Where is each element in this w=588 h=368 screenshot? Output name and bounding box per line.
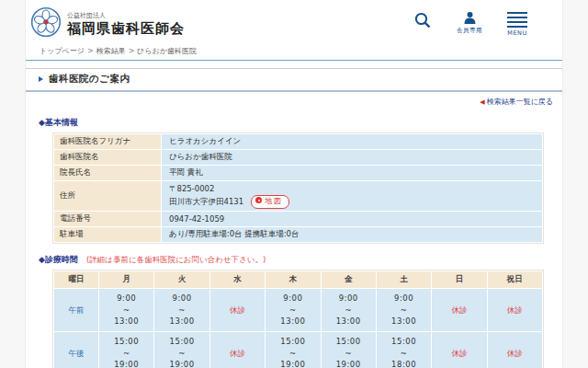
- session-label: 午後: [54, 332, 98, 368]
- row-label: 歯科医院名フリガナ: [54, 134, 161, 149]
- breadcrumb-item[interactable]: 検索結果: [96, 47, 126, 55]
- table-row: 住所〒825-0002田川市大字伊田4131地図: [54, 181, 542, 211]
- table-row: 電話番号0947-42-1059: [54, 212, 542, 226]
- closed-label: 休診: [230, 349, 245, 358]
- header-icons: 会員専用 MENU: [413, 11, 527, 37]
- day-column-header: 月: [99, 271, 153, 288]
- breadcrumb-separator: >: [129, 47, 135, 55]
- schedule-cell: 15:00~19:00: [99, 332, 153, 368]
- row-value: ヒラオカシカイイン: [162, 134, 542, 149]
- closed-label: 休診: [507, 349, 523, 358]
- closed-label: 休診: [230, 305, 245, 315]
- page-container: 公益社団法人 福岡県歯科医師会 会員専用 MENU: [25, 0, 563, 368]
- menu-label: MENU: [507, 29, 526, 37]
- search-icon: [413, 11, 432, 29]
- day-column-header: 祝日: [488, 271, 542, 288]
- hamburger-icon: [507, 11, 527, 28]
- schedule-cell: 9:00~13:00: [266, 289, 320, 331]
- back-arrow-icon: ◀: [480, 98, 484, 106]
- member-person-icon: [463, 11, 477, 25]
- site-header: 公益社団法人 福岡県歯科医師会 会員専用 MENU: [26, 0, 562, 43]
- triangle-icon: [39, 76, 43, 82]
- row-value: あり/専用駐車場:0台 提携駐車場:0台: [162, 227, 542, 242]
- schedule-cell: 15:00~19:00: [266, 332, 320, 368]
- closed-label: 休診: [507, 305, 523, 315]
- row-value: ひらおか歯科医院: [162, 150, 542, 165]
- search-button[interactable]: [413, 11, 432, 29]
- menu-button[interactable]: MENU: [507, 11, 527, 37]
- day-column-header: 土: [377, 271, 431, 288]
- schedule-cell: 9:00~13:00: [154, 289, 209, 331]
- member-button[interactable]: 会員専用: [457, 11, 482, 35]
- schedule-cell: 9:00~13:00: [377, 289, 431, 331]
- schedule-cell: 休診: [210, 289, 265, 331]
- schedule-cell: 休診: [432, 332, 486, 368]
- map-pin-icon: [255, 197, 262, 203]
- day-column-header: 日: [432, 271, 486, 288]
- table-row: 歯科医院名ひらおか歯科医院: [54, 150, 542, 165]
- table-row: 院長氏名平岡 貴礼: [54, 166, 542, 180]
- breadcrumb-item[interactable]: トップページ: [40, 47, 85, 55]
- row-label: 電話番号: [54, 212, 161, 226]
- row-label: 住所: [54, 181, 161, 211]
- breadcrumb: トップページ>検索結果>ひらおか歯科医院: [26, 43, 562, 61]
- schedule-cell: 9:00~13:00: [322, 289, 376, 331]
- breadcrumb-separator: >: [87, 47, 94, 55]
- closed-label: 休診: [451, 305, 467, 315]
- schedule-cell: 休診: [488, 289, 542, 331]
- day-column-header: 火: [154, 271, 209, 288]
- title-bar: 歯科医院のご案内: [26, 68, 562, 92]
- row-label: 駐車場: [54, 227, 161, 242]
- schedule-cell: 15:00~18:00: [377, 332, 431, 368]
- association-logo[interactable]: [30, 6, 62, 41]
- day-column-header: 金: [322, 271, 376, 288]
- day-column-header: 曜日: [54, 271, 98, 288]
- row-value: 平岡 貴礼: [162, 166, 542, 180]
- closed-label: 休診: [451, 349, 467, 358]
- brand-text: 公益社団法人 福岡県歯科医師会: [67, 11, 185, 38]
- schedule-cell: 9:00~13:00: [99, 289, 153, 331]
- day-column-header: 水: [210, 271, 265, 288]
- row-label: 歯科医院名: [54, 150, 161, 165]
- page-title: 歯科医院のご案内: [49, 73, 130, 86]
- schedule-cell: 15:00~19:00: [322, 332, 376, 368]
- table-row: 駐車場あり/専用駐車場:0台 提携駐車場:0台: [54, 227, 542, 242]
- row-value: 〒825-0002田川市大字伊田4131地図: [162, 181, 542, 211]
- map-button[interactable]: 地図: [251, 195, 289, 209]
- back-row: ◀検索結果一覧に戻る: [26, 92, 562, 107]
- basic-info-table: 歯科医院名フリガナヒラオカシカイイン歯科医院名ひらおか歯科医院院長氏名平岡 貴礼…: [52, 132, 544, 244]
- table-row: 午前9:00~13:009:00~13:00休診9:00~13:009:00~1…: [54, 289, 542, 331]
- row-label: 院長氏名: [54, 166, 161, 180]
- hours-note: (詳細は事前に各歯科医院にお問い合わせ下さい。): [86, 255, 266, 264]
- schedule-cell: 休診: [432, 289, 486, 331]
- org-name: 福岡県歯科医師会: [67, 20, 185, 38]
- table-row: 歯科医院名フリガナヒラオカシカイイン: [54, 134, 542, 149]
- hours-heading: ◆診療時間(詳細は事前に各歯科医院にお問い合わせ下さい。): [39, 254, 562, 266]
- breadcrumb-item: ひらおか歯科医院: [137, 47, 197, 55]
- schedule-cell: 休診: [488, 332, 542, 368]
- row-value: 0947-42-1059: [162, 212, 542, 226]
- day-column-header: 木: [266, 271, 320, 288]
- member-label: 会員専用: [457, 27, 482, 35]
- hours-table: 曜日月火水木金土日祝日 午前9:00~13:009:00~13:00休診9:00…: [52, 270, 544, 368]
- schedule-cell: 15:00~19:00: [154, 332, 209, 368]
- session-label: 午前: [54, 289, 98, 331]
- back-to-results-link[interactable]: ◀検索結果一覧に戻る: [480, 98, 553, 106]
- org-type: 公益社団法人: [67, 11, 185, 20]
- basic-info-heading: ◆基本情報: [39, 117, 562, 129]
- table-row: 午後15:00~19:0015:00~19:00休診15:00~19:0015:…: [54, 332, 542, 368]
- flower-emblem-icon: [30, 6, 62, 38]
- schedule-cell: 休診: [210, 332, 265, 368]
